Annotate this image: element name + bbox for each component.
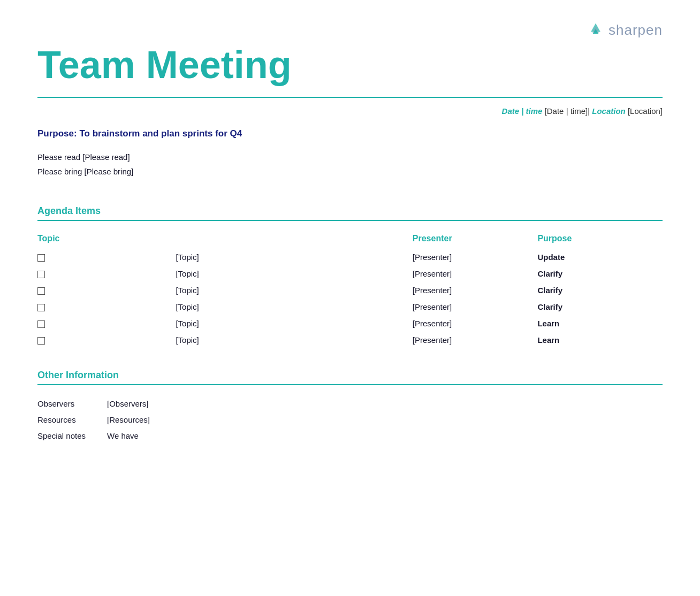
please-bring-value: [Please bring] xyxy=(82,167,133,176)
topic-cell-3: [Topic] xyxy=(176,299,412,315)
presenter-cell-5: [Presenter] xyxy=(413,332,538,348)
topic-cell-1: [Topic] xyxy=(176,265,412,282)
presenter-cell-1: [Presenter] xyxy=(413,265,538,282)
other-info-value-0: [Observers] xyxy=(107,396,149,412)
col-presenter: Presenter xyxy=(413,232,538,249)
checkbox-2[interactable] xyxy=(37,287,45,295)
logo-text: sharpen xyxy=(608,22,663,39)
purpose-cell-3: Clarify xyxy=(537,299,663,315)
checkbox-cell-5[interactable] xyxy=(37,332,176,348)
other-info-row-2: Special notes We have xyxy=(37,428,663,444)
topic-cell-2: [Topic] xyxy=(176,282,412,299)
other-info-section: Other Information Observers [Observers] … xyxy=(37,370,663,444)
topic-cell-5: [Topic] xyxy=(176,332,412,348)
other-info-label-1: Resources xyxy=(37,412,107,428)
presenter-cell-3: [Presenter] xyxy=(413,299,538,315)
topic-cell-0: [Topic] xyxy=(176,249,412,265)
purpose-cell-0: Update xyxy=(537,249,663,265)
agenda-table: Topic Presenter Purpose [Topic] [Present… xyxy=(37,232,663,348)
presenter-cell-0: [Presenter] xyxy=(413,249,538,265)
agenda-table-header-row: Topic Presenter Purpose xyxy=(37,232,663,249)
checkbox-0[interactable] xyxy=(37,254,45,262)
prereading-block: Please read [Please read] Please bring [… xyxy=(37,150,663,179)
please-read-label: Please read xyxy=(37,152,80,162)
agenda-row: [Topic] [Presenter] Learn xyxy=(37,315,663,332)
other-info-label-2: Special notes xyxy=(37,428,107,444)
agenda-row: [Topic] [Presenter] Clarify xyxy=(37,282,663,299)
date-location-row: Date | time [Date | time]| Location [Loc… xyxy=(37,106,663,116)
purpose-cell-1: Clarify xyxy=(537,265,663,282)
purpose-cell-5: Learn xyxy=(537,332,663,348)
presenter-cell-2: [Presenter] xyxy=(413,282,538,299)
other-info-row-1: Resources [Resources] xyxy=(37,412,663,428)
purpose-cell-2: Clarify xyxy=(537,282,663,299)
other-info-value-1: [Resources] xyxy=(107,412,150,428)
checkbox-cell-1[interactable] xyxy=(37,265,176,282)
please-read-value: [Please read] xyxy=(80,152,130,162)
checkbox-cell-4[interactable] xyxy=(37,315,176,332)
top-divider xyxy=(37,97,663,98)
other-info-section-title: Other Information xyxy=(37,370,663,385)
checkbox-5[interactable] xyxy=(37,337,45,345)
purpose-label: Purpose: xyxy=(37,128,77,139)
page-title: Team Meeting xyxy=(37,44,663,86)
checkbox-4[interactable] xyxy=(37,320,45,328)
purpose-line: Purpose: To brainstorm and plan sprints … xyxy=(37,128,663,139)
agenda-section-title: Agenda Items xyxy=(37,205,663,221)
checkbox-1[interactable] xyxy=(37,271,45,278)
other-info-row-0: Observers [Observers] xyxy=(37,396,663,412)
other-info-label-0: Observers xyxy=(37,396,107,412)
agenda-row: [Topic] [Presenter] Update xyxy=(37,249,663,265)
location-label: Location xyxy=(592,106,626,116)
purpose-cell-4: Learn xyxy=(537,315,663,332)
sharpen-logo-icon xyxy=(587,21,604,39)
checkbox-cell-0[interactable] xyxy=(37,249,176,265)
presenter-cell-4: [Presenter] xyxy=(413,315,538,332)
other-info-rows: Observers [Observers] Resources [Resourc… xyxy=(37,396,663,444)
agenda-row: [Topic] [Presenter] Clarify xyxy=(37,265,663,282)
please-read-row: Please read [Please read] xyxy=(37,150,663,164)
please-bring-row: Please bring [Please bring] xyxy=(37,164,663,179)
please-bring-label: Please bring xyxy=(37,167,82,176)
topic-cell-4: [Topic] xyxy=(176,315,412,332)
logo-area: sharpen xyxy=(37,21,663,39)
col-purpose: Purpose xyxy=(537,232,663,249)
other-info-value-2: We have xyxy=(107,428,139,444)
checkbox-3[interactable] xyxy=(37,304,45,311)
checkbox-cell-2[interactable] xyxy=(37,282,176,299)
agenda-row: [Topic] [Presenter] Clarify xyxy=(37,299,663,315)
checkbox-cell-3[interactable] xyxy=(37,299,176,315)
date-value: [Date | time]| xyxy=(545,106,590,116)
agenda-section: Agenda Items Topic Presenter Purpose [To… xyxy=(37,205,663,348)
col-topic: Topic xyxy=(37,232,413,249)
date-label: Date | time xyxy=(502,106,543,116)
agenda-row: [Topic] [Presenter] Learn xyxy=(37,332,663,348)
